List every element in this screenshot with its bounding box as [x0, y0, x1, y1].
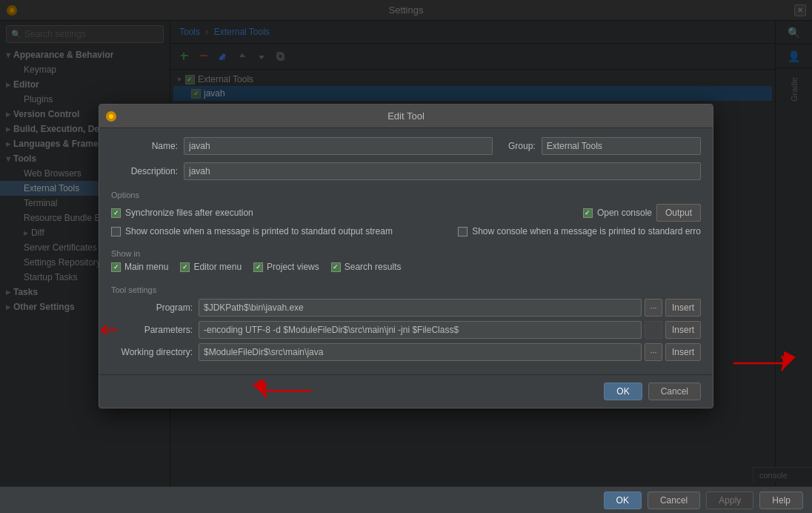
show-search-results-item: ✓ Search results — [331, 262, 402, 272]
show-in-row: ✓ Main menu ✓ Editor menu ✓ Project view… — [111, 262, 701, 272]
group-input[interactable] — [542, 137, 701, 155]
program-insert-button[interactable]: Insert — [665, 299, 701, 317]
cancel-button[interactable]: Cancel — [648, 492, 700, 509]
working-dir-browse-button[interactable]: ··· — [645, 343, 662, 361]
program-input[interactable] — [199, 299, 642, 317]
bottom-bar: OK Cancel Apply Help — [0, 486, 812, 513]
search-results-checkbox[interactable]: ✓ — [331, 262, 341, 272]
parameters-insert-button[interactable]: Insert — [665, 321, 701, 339]
main-menu-label: Main menu — [124, 262, 168, 272]
name-input[interactable] — [184, 137, 493, 155]
editor-menu-checkbox[interactable]: ✓ — [180, 262, 190, 272]
group-label: Group: — [499, 141, 536, 151]
dialog-body: Name: Group: Description: Options ✓ Sync… — [99, 128, 713, 374]
working-dir-label: Working directory: — [111, 347, 193, 357]
parameters-row: Parameters: Insert — [111, 321, 701, 339]
description-input[interactable] — [184, 162, 701, 180]
main-menu-checkbox[interactable]: ✓ — [111, 262, 121, 272]
show-main-menu-item: ✓ Main menu — [111, 262, 168, 272]
dialog-overlay: Edit Tool Name: Group: Description: — [0, 0, 812, 486]
dialog-ok-button[interactable]: OK — [604, 383, 642, 400]
name-group-row: Name: Group: — [111, 137, 701, 155]
dialog-title: Edit Tool — [387, 110, 425, 122]
open-console-checkbox[interactable]: ✓ — [583, 208, 593, 218]
project-views-label: Project views — [267, 262, 319, 272]
apply-button[interactable]: Apply — [706, 492, 753, 509]
show-in-title: Show in — [111, 249, 140, 258]
open-console-label: Open console — [597, 208, 652, 218]
options-title: Options — [111, 191, 701, 199]
dialog-cancel-button[interactable]: Cancel — [648, 383, 701, 400]
project-views-checkbox[interactable]: ✓ — [253, 262, 263, 272]
tool-settings-section: Tool settings Program: ··· Insert Parame… — [111, 279, 701, 365]
show-console-stderr-label: Show console when a message is printed t… — [472, 226, 701, 236]
working-dir-insert-button[interactable]: Insert — [665, 343, 701, 361]
show-console-stderr-checkbox[interactable] — [458, 227, 467, 236]
parameters-label: Parameters: — [111, 325, 193, 335]
output-button[interactable]: Output — [656, 204, 701, 222]
search-results-label: Search results — [345, 262, 402, 272]
sync-files-checkbox[interactable]: ✓ — [111, 208, 121, 218]
working-dir-input[interactable] — [199, 343, 642, 361]
show-editor-menu-item: ✓ Editor menu — [180, 262, 242, 272]
description-row: Description: — [111, 162, 701, 180]
help-button[interactable]: Help — [759, 492, 803, 509]
parameters-input[interactable] — [199, 321, 642, 339]
sync-files-label: Synchronize files after execution — [125, 208, 253, 218]
show-console-stdout-checkbox[interactable] — [111, 227, 121, 236]
program-row: Program: ··· Insert — [111, 299, 701, 317]
parameters-input-wrap: Insert — [199, 321, 701, 339]
parameters-browse-button[interactable] — [645, 321, 662, 339]
options-row-1: ✓ Synchronize files after execution ✓ Op… — [111, 204, 701, 222]
program-input-wrap: ··· Insert — [199, 299, 701, 317]
dialog-footer: OK Cancel — [99, 374, 713, 408]
show-project-views-item: ✓ Project views — [253, 262, 319, 272]
description-label: Description: — [111, 166, 178, 176]
show-in-section: Show in ✓ Main menu ✓ Editor menu ✓ Proj — [111, 248, 701, 272]
program-label: Program: — [111, 302, 193, 313]
edit-tool-dialog: Edit Tool Name: Group: Description: — [99, 104, 713, 408]
ok-button[interactable]: OK — [604, 492, 642, 509]
tool-settings-title: Tool settings — [111, 285, 701, 294]
svg-point-6 — [109, 114, 113, 119]
main-window: Settings ✕ 🔍 ▶ Appearance & Behavior Key… — [0, 0, 812, 513]
name-label: Name: — [111, 141, 178, 151]
dialog-titlebar: Edit Tool — [99, 105, 713, 128]
editor-menu-label: Editor menu — [193, 262, 242, 272]
working-dir-input-wrap: ··· Insert — [199, 343, 701, 361]
options-section: Options ✓ Synchronize files after execut… — [111, 191, 701, 241]
options-row-2: Show console when a message is printed t… — [111, 226, 701, 236]
show-console-stdout-label: Show console when a message is printed t… — [125, 226, 393, 236]
program-browse-button[interactable]: ··· — [645, 299, 662, 317]
dialog-app-icon — [105, 110, 117, 122]
working-dir-row: Working directory: ··· Insert — [111, 343, 701, 361]
